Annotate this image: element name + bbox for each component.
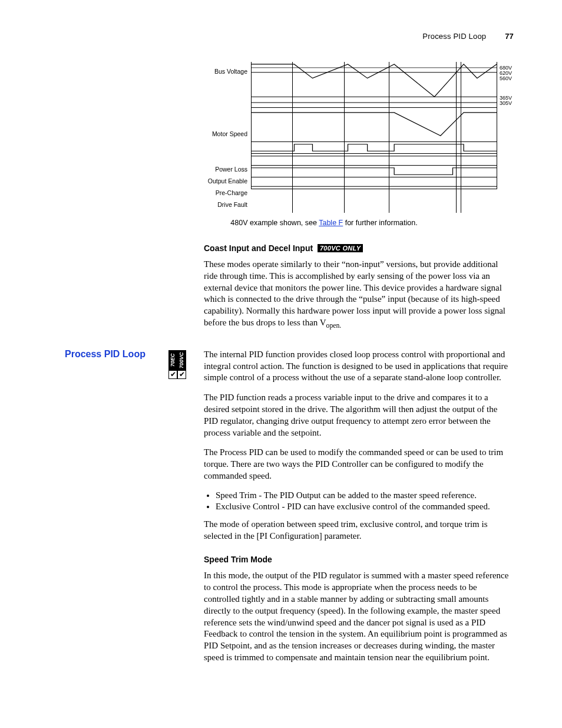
pid-p2: The PID function reads a process variabl… <box>204 392 514 439</box>
caption-suffix: for further information. <box>343 219 417 227</box>
coast-heading-text: Coast Input and Decel Input <box>204 243 313 253</box>
plot-bus-voltage <box>251 62 497 108</box>
row-label: Motor Speed <box>204 114 247 143</box>
badge-700vc-only: 700VC ONLY <box>318 244 363 252</box>
plot-output-enable <box>251 154 497 166</box>
model-badges: 70EC ✔ 700VC ✔ <box>168 350 186 379</box>
y-label: 560V <box>500 76 514 81</box>
y-label: 305V <box>500 101 514 106</box>
row-label: Power Loss <box>204 166 247 177</box>
badge-700vc-label: 700VC <box>177 350 186 370</box>
coast-body: These modes operate similarly to their “… <box>204 259 514 329</box>
coast-body-sub: open. <box>326 322 342 330</box>
page: Process PID Loop 77 Bus Voltage Motor Sp… <box>0 0 562 728</box>
trim-body: In this mode, the output of the PID regu… <box>204 570 514 663</box>
pid-p4: The mode of operation between speed trim… <box>204 519 514 542</box>
trim-heading: Speed Trim Mode <box>204 555 514 564</box>
chart-row-labels: Bus Voltage Motor Speed Power Loss Outpu… <box>204 62 251 213</box>
row-label: Output Enable <box>204 177 247 189</box>
section-pid: Process PID Loop 70EC ✔ 700VC ✔ The inte… <box>65 349 514 672</box>
plot-drive-fault <box>251 177 497 189</box>
row-label: Bus Voltage <box>204 62 247 82</box>
pid-li2: Exclusive Control - PID can have exclusi… <box>216 502 514 512</box>
pid-p3: The Process PID can be used to modify th… <box>204 447 514 482</box>
caption-link[interactable]: Table F <box>319 219 343 227</box>
pid-p1: The internal PID function provides close… <box>204 349 514 384</box>
section-coast-input: Coast Input and Decel Input 700VC ONLY T… <box>204 243 514 329</box>
plot-pre-charge <box>251 166 497 177</box>
badge-70ec: 70EC ✔ <box>168 350 177 379</box>
caption-prefix: 480V example shown, see <box>230 219 319 227</box>
badge-700vc: 700VC ✔ <box>177 350 186 379</box>
coast-heading: Coast Input and Decel Input 700VC ONLY <box>204 243 514 253</box>
page-number: 77 <box>505 32 514 41</box>
header-title: Process PID Loop <box>422 32 486 41</box>
plot-area <box>251 62 497 213</box>
pid-bullets: Speed Trim - The PID Output can be added… <box>216 490 514 512</box>
chart-caption: 480V example shown, see Table F for furt… <box>134 219 514 227</box>
row-label: Drive Fault <box>204 201 247 213</box>
page-header: Process PID Loop 77 <box>65 32 514 41</box>
pid-li1: Speed Trim - The PID Output can be added… <box>216 490 514 500</box>
coast-body-text: These modes operate similarly to their “… <box>204 259 505 327</box>
plot-power-loss <box>251 142 497 154</box>
row-label: Pre-Charge <box>204 189 247 201</box>
chart: Bus Voltage Motor Speed Power Loss Outpu… <box>204 62 514 213</box>
plot-motor-speed <box>251 108 497 142</box>
check-icon: ✔ <box>168 370 177 379</box>
badge-70ec-label: 70EC <box>168 350 177 370</box>
check-icon: ✔ <box>177 370 186 379</box>
chart-right-labels: 680V 620V 560V 365V 305V <box>497 62 514 213</box>
